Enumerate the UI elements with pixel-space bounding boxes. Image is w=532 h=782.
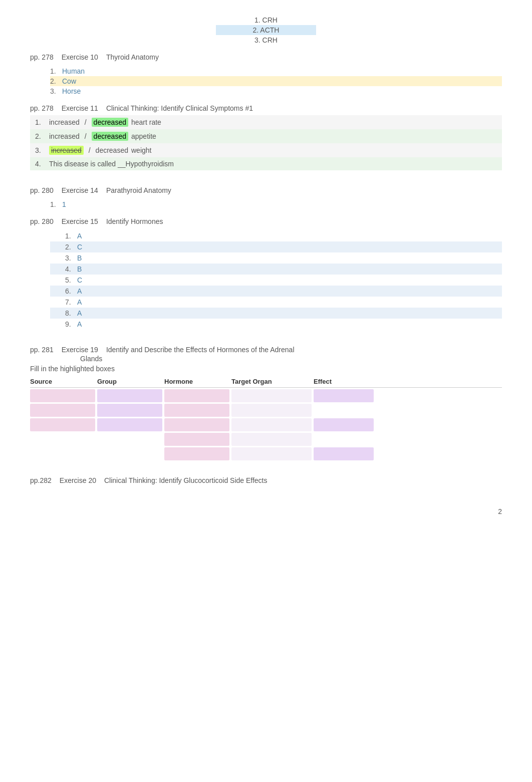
clinical-header: pp. 278 Exercise 11 Clinical Thinking: I… xyxy=(30,101,502,115)
table-row-3 xyxy=(30,418,502,431)
identify-item-4: 4. B xyxy=(50,264,502,275)
thyroid-list: 1. Human 2. Cow 3. Horse xyxy=(50,66,502,96)
table-cell-r3-hormone xyxy=(164,418,229,431)
identify-item-3: 3. B xyxy=(50,252,502,264)
identify-item-9: 9. A xyxy=(50,319,502,330)
thyroid-item-1: 1. Human xyxy=(50,66,502,76)
table-cell-r3-source xyxy=(30,418,95,431)
top-numbered-section: 1. CRH 2. ACTH 3. CRH xyxy=(30,15,502,45)
identify-header: pp. 280 Exercise 15 Identify Hormones xyxy=(30,214,502,228)
glucocorticoid-header: pp.282 Exercise 20 Clinical Thinking: Id… xyxy=(30,473,502,487)
table-cell-r5-target xyxy=(231,447,312,460)
fill-label: Fill in the highlighted boxes xyxy=(30,365,502,373)
table-cell-r1-target xyxy=(231,389,312,402)
clinical-row-1: 1. increased / decreased heart rate xyxy=(30,115,502,129)
table-cell-r4-group xyxy=(97,433,162,446)
thyroid-header: pp. 278 Exercise 10 Thyroid Anatomy xyxy=(30,50,502,64)
adrenal-table: Source Group Hormone Target Organ Effect xyxy=(30,376,502,460)
identify-item-6: 6. A xyxy=(50,286,502,297)
table-header-row: Source Group Hormone Target Organ Effect xyxy=(30,376,502,388)
table-cell-r3-effect xyxy=(314,418,374,431)
table-cell-r1-source xyxy=(30,389,95,402)
table-cell-r3-group xyxy=(97,418,162,431)
thyroid-section: pp. 278 Exercise 10 Thyroid Anatomy 1. H… xyxy=(30,50,502,96)
col-source: Source xyxy=(30,378,95,385)
identify-item-1: 1. A xyxy=(50,230,502,241)
clinical-row-3: 3. increased / decreased weight xyxy=(30,143,502,157)
table-row-2 xyxy=(30,404,502,417)
table-cell-r1-effect xyxy=(314,389,374,402)
col-effect: Effect xyxy=(314,378,374,385)
table-row-4 xyxy=(30,433,502,446)
table-cell-r4-source xyxy=(30,433,95,446)
table-cell-r5-group xyxy=(97,447,162,460)
table-cell-r1-hormone xyxy=(164,389,229,402)
col-target: Target Organ xyxy=(231,378,312,385)
table-cell-r4-effect xyxy=(314,433,374,446)
identify-section: pp. 280 Exercise 15 Identify Hormones 1.… xyxy=(30,214,502,330)
crh-list: 1. CRH 2. ACTH 3. CRH xyxy=(30,15,502,45)
col-hormone: Hormone xyxy=(164,378,229,385)
table-cell-r1-group xyxy=(97,389,162,402)
glucocorticoid-section: pp.282 Exercise 20 Clinical Thinking: Id… xyxy=(30,473,502,487)
col-group: Group xyxy=(97,378,162,385)
table-cell-r2-hormone xyxy=(164,404,229,417)
table-row-1 xyxy=(30,389,502,402)
table-cell-r5-hormone xyxy=(164,447,229,460)
table-cell-r4-target xyxy=(231,433,312,446)
clinical-section: pp. 278 Exercise 11 Clinical Thinking: I… xyxy=(30,101,502,170)
parathyroid-list: 1. 1 xyxy=(50,199,502,209)
table-cell-r2-source xyxy=(30,404,95,417)
table-cell-r4-hormone xyxy=(164,433,229,446)
table-cell-r2-target xyxy=(231,404,312,417)
table-cell-r3-target xyxy=(231,418,312,431)
clinical-row-4: 4. This disease is called __Hypothyroidi… xyxy=(30,157,502,170)
identify-item-2: 2. C xyxy=(50,241,502,252)
thyroid-item-2: 2. Cow xyxy=(50,76,502,86)
identify-item-7: 7. A xyxy=(50,297,502,308)
thyroid-item-3: 3. Horse xyxy=(50,86,502,96)
identify-item-5: 5. C xyxy=(50,275,502,286)
page-number: 2 xyxy=(30,507,502,515)
parathyroid-item-1: 1. 1 xyxy=(50,199,502,209)
table-cell-r2-effect xyxy=(314,404,374,417)
parathyroid-section: pp. 280 Exercise 14 Parathyroid Anatomy … xyxy=(30,183,502,209)
table-cell-r2-group xyxy=(97,404,162,417)
identify-list: 1. A 2. C 3. B 4. B 5. C 6. A 7. A 8. A xyxy=(50,230,502,330)
table-cell-r5-effect xyxy=(314,447,374,460)
parathyroid-header: pp. 280 Exercise 14 Parathyroid Anatomy xyxy=(30,183,502,197)
adrenal-section: pp. 281 Exercise 19 Identify and Describ… xyxy=(30,343,502,460)
crh-item-2: 2. ACTH xyxy=(216,25,316,35)
adrenal-subtitle: Glands xyxy=(30,355,502,363)
clinical-row-2: 2. increased / decreased appetite xyxy=(30,129,502,143)
identify-item-8: 8. A xyxy=(50,308,502,319)
table-cell-r5-source xyxy=(30,447,95,460)
crh-item-3: 3. CRH xyxy=(216,35,316,45)
crh-item-1: 1. CRH xyxy=(216,15,316,25)
table-row-5 xyxy=(30,447,502,460)
